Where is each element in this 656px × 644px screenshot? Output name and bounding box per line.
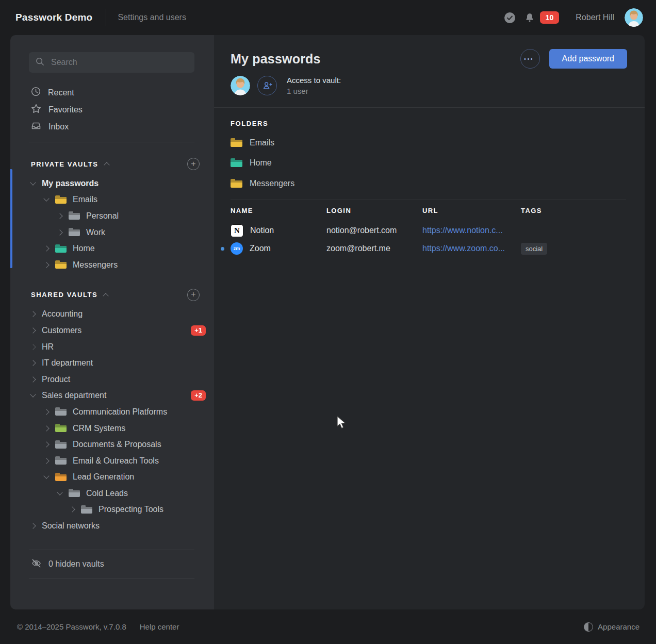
add-shared-vault-button[interactable]: + <box>187 289 200 301</box>
sidebar-vault-accounting[interactable]: Accounting <box>10 306 214 323</box>
folder-label: Lead Generation <box>73 472 134 482</box>
search-box[interactable] <box>29 52 194 73</box>
shared-vaults-header: SHARED VAULTS + <box>31 289 200 301</box>
folder-label: Documents & Proposals <box>73 440 161 449</box>
folder-icon <box>55 262 67 269</box>
chevron-down-icon[interactable] <box>57 489 62 495</box>
chevron-down-icon[interactable] <box>30 392 36 398</box>
chevron-down-icon[interactable] <box>30 179 36 185</box>
password-name: Notion <box>250 226 274 235</box>
main-folder-messengers[interactable]: Messengers <box>231 173 628 194</box>
folder-label: Messengers <box>250 179 294 188</box>
hidden-vaults-toggle[interactable]: 0 hidden vaults <box>31 558 194 571</box>
vault-label: Product <box>42 375 70 384</box>
chevron-right-icon[interactable] <box>69 507 75 513</box>
bell-icon[interactable] <box>524 12 535 23</box>
help-center-link[interactable]: Help center <box>140 622 179 631</box>
folder-label: Home <box>73 244 95 253</box>
copyright-text: © 2014–2025 Passwork, v.7.0.8 <box>17 622 126 631</box>
search-input[interactable] <box>50 57 188 68</box>
table-header-row: NAME LOGIN URL TAGS <box>231 200 626 222</box>
add-password-button[interactable]: Add password <box>549 49 627 69</box>
chevron-right-icon[interactable] <box>30 327 36 333</box>
chevron-right-icon[interactable] <box>30 311 36 317</box>
folder-icon <box>55 458 67 465</box>
sidebar-folder-cold-leads[interactable]: Cold Leads <box>10 485 214 502</box>
chevron-right-icon[interactable] <box>43 441 49 447</box>
chevron-right-icon[interactable] <box>30 344 36 350</box>
chevron-right-icon[interactable] <box>43 458 49 464</box>
table-row[interactable]: zm Zoom zoom@robert.me https://www.zoom.… <box>231 240 626 258</box>
sidebar-folder-lead-generation[interactable]: Lead Generation <box>10 469 214 486</box>
folder-label: Work <box>86 228 105 237</box>
add-private-vault-button[interactable]: + <box>187 158 200 170</box>
zoom-icon: zm <box>231 242 243 255</box>
passwords-table: NAME LOGIN URL TAGS N Notion notion@robe… <box>214 200 645 258</box>
sidebar-folder-personal[interactable]: Personal <box>10 208 214 224</box>
add-user-button[interactable] <box>257 76 277 95</box>
sidebar-vault-my-passwords[interactable]: My passwords <box>10 175 214 192</box>
sidebar-folder-work[interactable]: Work <box>10 224 214 241</box>
chevron-right-icon[interactable] <box>43 246 49 252</box>
main-folder-home[interactable]: Home <box>231 153 628 174</box>
vault-label: IT department <box>42 358 93 368</box>
notification-count-badge[interactable]: 10 <box>540 11 560 24</box>
vault-user-avatar[interactable] <box>231 76 250 95</box>
chevron-down-icon[interactable] <box>43 473 49 479</box>
footer: © 2014–2025 Passwork, v.7.0.8 Help cente… <box>0 609 656 644</box>
chevron-right-icon[interactable] <box>57 213 62 219</box>
sidebar-vault-it-department[interactable]: IT department <box>10 355 214 371</box>
sidebar-folder-communication-platforms[interactable]: Communication Platforms <box>10 404 214 420</box>
sidebar-vault-sales-department[interactable]: Sales department +2 <box>10 388 214 404</box>
password-url-link[interactable]: https://www.zoom.co... <box>422 244 521 253</box>
folder-icon <box>55 425 67 432</box>
main-folder-emails[interactable]: Emails <box>231 133 628 153</box>
chevron-right-icon[interactable] <box>30 523 36 529</box>
password-url-link[interactable]: https://www.notion.c... <box>422 226 521 235</box>
sidebar-item-inbox[interactable]: Inbox <box>10 118 214 135</box>
user-name[interactable]: Robert Hill <box>576 13 614 22</box>
sidebar-folder-crm-systems[interactable]: CRM Systems <box>10 420 214 437</box>
sidebar-item-label: Recent <box>48 88 74 97</box>
sidebar-item-recent[interactable]: Recent <box>10 84 214 101</box>
vault-count-badge: +1 <box>191 325 206 336</box>
chevron-up-icon[interactable] <box>104 162 109 168</box>
chevron-right-icon[interactable] <box>43 262 49 268</box>
chevron-right-icon[interactable] <box>30 376 36 382</box>
tag-chip[interactable]: social <box>521 243 547 255</box>
folder-label: Communication Platforms <box>73 407 167 417</box>
sidebar-vault-product[interactable]: Product <box>10 371 214 388</box>
sidebar-folder-home[interactable]: Home <box>10 240 214 257</box>
chevron-right-icon[interactable] <box>43 409 49 415</box>
sidebar-vault-hr[interactable]: HR <box>10 339 214 355</box>
chevron-right-icon[interactable] <box>57 229 62 235</box>
eye-off-icon <box>31 558 42 571</box>
vault-label: My passwords <box>42 179 99 188</box>
chevron-up-icon[interactable] <box>103 293 109 299</box>
table-row[interactable]: N Notion notion@robert.com https://www.n… <box>231 222 626 240</box>
chevron-down-icon[interactable] <box>43 196 49 202</box>
sidebar-folder-messengers[interactable]: Messengers <box>10 257 214 273</box>
chevron-right-icon[interactable] <box>43 425 49 431</box>
chevron-right-icon[interactable] <box>30 360 36 366</box>
sidebar-vault-customers[interactable]: Customers +1 <box>10 322 214 339</box>
user-avatar[interactable] <box>625 8 643 27</box>
folder-icon <box>231 140 242 147</box>
password-name: Zoom <box>250 244 271 253</box>
vault-label: Accounting <box>42 309 83 319</box>
sidebar-folder-emails[interactable]: Emails <box>10 192 214 208</box>
sidebar-vault-social-networks[interactable]: Social networks <box>10 518 214 534</box>
app-logo[interactable]: Passwork Demo <box>15 12 92 23</box>
sidebar-item-favorites[interactable]: Favorites <box>10 101 214 118</box>
sidebar-folder-email-outreach-tools[interactable]: Email & Outreach Tools <box>10 453 214 469</box>
inbox-icon <box>31 121 41 133</box>
vault-access-text: Access to vault: 1 user <box>287 76 341 95</box>
main-header: My passwords ••• Add password <box>214 35 645 69</box>
sidebar-folder-prospecting-tools[interactable]: Prospecting Tools <box>10 502 214 518</box>
appearance-toggle[interactable]: Appearance <box>584 622 639 632</box>
nav-settings-and-users[interactable]: Settings and users <box>118 13 186 22</box>
sidebar-folder-documents-proposals[interactable]: Documents & Proposals <box>10 436 214 453</box>
tasks-check-icon[interactable] <box>504 12 516 24</box>
more-actions-button[interactable]: ••• <box>520 49 540 69</box>
unread-indicator <box>221 247 224 251</box>
